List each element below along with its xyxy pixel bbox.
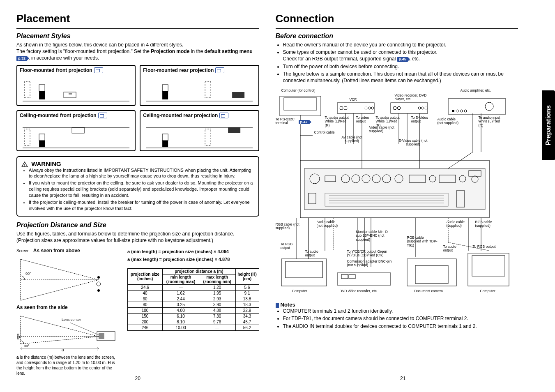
table-cell: 246 (128, 325, 163, 330)
svg-rect-0 (24, 81, 30, 98)
svg-line-34 (70, 323, 99, 335)
as-seen-above: As seen from above (33, 248, 80, 254)
before-item: Turn off the power of both devices befor… (283, 63, 518, 70)
svg-rect-21 (162, 141, 168, 147)
svg-rect-107 (468, 253, 509, 286)
svg-text:Lens center: Lens center (62, 318, 81, 322)
table-cell: 1.62 (163, 290, 199, 296)
page-left: Placement Placement Styles As shown in t… (16, 12, 259, 384)
svg-point-62 (452, 110, 454, 112)
svg-point-49 (340, 106, 343, 110)
page-right: Connection Before connection Read the ow… (276, 12, 531, 384)
title-placement: Placement (16, 12, 259, 25)
svg-rect-108 (472, 256, 505, 276)
svg-rect-67 (304, 168, 485, 210)
svg-rect-20 (162, 134, 168, 141)
projection-mode-icon (219, 113, 228, 118)
warning-box: ! WARNING Always obey the instructions l… (16, 156, 259, 217)
styles-p1: As shown in the figures below, this devi… (16, 42, 259, 48)
table-cell: 34.3 (235, 313, 259, 319)
svg-line-37 (21, 316, 99, 337)
svg-rect-47 (284, 98, 317, 110)
table-cell: 45.7 (235, 319, 259, 325)
svg-rect-12 (72, 127, 84, 133)
heading-projection-distance: Projection Distance and Size (16, 221, 259, 229)
svg-rect-101 (286, 261, 322, 278)
diagram-caption: a is the distance (m) between the lens a… (16, 355, 119, 376)
svg-point-57 (418, 107, 421, 109)
before-item: Read the owner's manual of the device yo… (283, 42, 518, 48)
svg-rect-46 (280, 96, 321, 116)
projection-table: projection size (inches) projection dist… (127, 268, 259, 331)
svg-point-55 (393, 106, 396, 110)
svg-rect-19 (205, 129, 211, 145)
svg-point-56 (397, 106, 401, 110)
table-cell: 18.3 (235, 302, 259, 307)
box-ceiling-rear: Ceiling-mounted rear projection (140, 110, 259, 151)
note-item: For TDP-T91, the document camera should … (283, 315, 518, 322)
svg-text:a: a (62, 348, 64, 352)
svg-point-31 (97, 282, 101, 286)
svg-point-63 (456, 110, 458, 112)
table-cell: 3.90 (199, 302, 235, 307)
diagram-side: Lens center H 90° a (16, 312, 119, 353)
table-cell: 3.25 (163, 302, 199, 307)
projection-mode-icon (94, 67, 103, 73)
warn-item: Always obey the instructions listed in I… (29, 167, 254, 180)
before-item: The figure below is a sample connection.… (283, 71, 518, 84)
table-cell: 4.00 (163, 307, 199, 313)
svg-text:H: H (17, 335, 20, 339)
svg-rect-106 (415, 265, 448, 284)
notes-heading: Notes (276, 302, 518, 308)
svg-rect-7 (162, 85, 168, 91)
table-cell: 13.8 (235, 296, 259, 302)
projection-mode-icon (215, 67, 224, 73)
notes-icon (276, 303, 279, 308)
table-cell: 56.2 (235, 325, 259, 330)
table-cell: 2.44 (163, 296, 199, 302)
svg-point-53 (371, 107, 374, 109)
table-cell: 24.6 (128, 284, 163, 290)
table-cell: 5.6 (235, 284, 259, 290)
box-floor-rear: Floor-mounted rear projection (140, 65, 259, 106)
svg-rect-2 (39, 91, 45, 99)
svg-rect-4 (69, 93, 72, 95)
note-item: COMPUTER terminals 1 and 2 function iden… (283, 308, 518, 314)
svg-rect-6 (205, 81, 211, 98)
heading-placement-styles: Placement Styles (16, 32, 259, 40)
svg-text:!: ! (24, 163, 25, 167)
svg-point-30 (97, 276, 100, 279)
table-cell: 60 (128, 296, 163, 302)
page-number: 21 (400, 376, 405, 381)
title-connection: Connection (276, 12, 518, 25)
svg-line-27 (21, 259, 99, 280)
heading-before-connection: Before connection (276, 32, 518, 40)
svg-rect-8 (162, 91, 168, 99)
diagram-above: 90° (16, 255, 119, 304)
screen-label: Screen (16, 249, 30, 253)
svg-point-32 (97, 289, 100, 292)
projection-mode-icon (98, 113, 107, 118)
table-cell: 1.95 (199, 290, 235, 296)
svg-point-64 (460, 110, 463, 112)
as-seen-side: As seen from the side (16, 304, 68, 310)
formulas: a (min length) = projection size (inches… (127, 249, 259, 263)
svg-point-65 (464, 110, 467, 112)
box-ceiling-front: Ceiling-mounted front projection (16, 110, 136, 151)
svg-rect-103 (341, 274, 348, 279)
svg-text:90°: 90° (25, 272, 31, 276)
svg-line-28 (21, 280, 99, 300)
svg-point-52 (368, 107, 371, 109)
side-tab-preparations: Preparations (542, 90, 555, 160)
page-ref-45: p.45 (397, 57, 408, 62)
before-item: Some types of computer cannot be used or… (283, 49, 518, 62)
table-cell: 40 (128, 290, 163, 296)
svg-rect-100 (281, 259, 327, 286)
svg-rect-9 (232, 92, 244, 98)
svg-point-58 (421, 107, 424, 109)
table-cell: 150 (128, 313, 163, 319)
svg-rect-18 (228, 127, 240, 133)
warning-icon: ! (21, 161, 28, 167)
page-number: 20 (135, 376, 140, 381)
svg-point-51 (365, 107, 367, 109)
